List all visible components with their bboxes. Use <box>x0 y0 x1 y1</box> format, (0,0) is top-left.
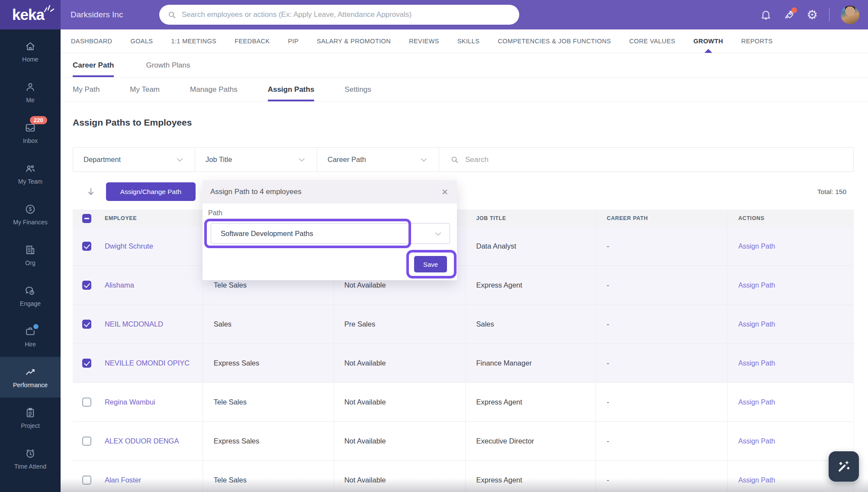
current-path-cell: Pre Sales <box>344 320 376 328</box>
employee-name-link[interactable]: Regina Wambui <box>105 398 155 406</box>
global-search <box>159 5 519 25</box>
assign-path-link[interactable]: Assign Path <box>738 282 775 289</box>
table-row: Alan Foster Tele Sales Not Available Exp… <box>73 461 853 492</box>
sidebar-item-my-team[interactable]: My Team <box>0 153 61 194</box>
search-icon <box>450 155 459 164</box>
employee-name-link[interactable]: Dwight Schrute <box>105 242 153 250</box>
row-checkbox[interactable] <box>82 437 91 446</box>
tab-my-team[interactable]: My Team <box>130 78 160 101</box>
nav-item-salary-promotion[interactable]: SALARY & PROMOTION <box>317 29 391 53</box>
assign-path-link[interactable]: Assign Path <box>738 398 775 406</box>
employee-name-link[interactable]: Alishama <box>105 281 134 289</box>
close-icon[interactable]: ✕ <box>441 188 448 196</box>
tab-settings[interactable]: Settings <box>344 78 371 101</box>
sidebar-item-hire[interactable]: Hire <box>0 316 61 357</box>
employee-name-link[interactable]: Alan Foster <box>105 476 141 484</box>
sidebar-item-org[interactable]: Org <box>0 235 61 275</box>
nav-item-reports[interactable]: REPORTS <box>741 29 773 53</box>
nav-item-growth[interactable]: GROWTH <box>694 29 723 53</box>
table-search-input[interactable] <box>465 155 853 164</box>
save-button[interactable]: Save <box>414 256 447 272</box>
assign-change-path-button[interactable]: Assign/Change Path <box>106 182 196 201</box>
nav-item-1-1-meetings[interactable]: 1:1 MEETINGS <box>171 29 216 53</box>
user-avatar[interactable] <box>841 6 859 24</box>
career-path-cell: - <box>607 320 609 328</box>
department-cell: Tele Sales <box>214 281 247 289</box>
popup-banner-text: Assign Path to 4 employees <box>210 188 302 196</box>
row-checkbox[interactable] <box>82 359 91 368</box>
department-cell: Tele Sales <box>214 398 247 406</box>
assign-path-link[interactable]: Assign Path <box>738 437 775 445</box>
job-title-filter[interactable]: Job Title <box>195 148 317 172</box>
row-checkbox[interactable] <box>82 281 91 290</box>
row-checkbox[interactable] <box>82 398 91 407</box>
sidebar-item-project[interactable]: Project <box>0 398 61 438</box>
current-path-cell: Not Available <box>344 281 386 289</box>
employee-name-link[interactable]: ALEX ODUOR DENGA <box>105 437 179 445</box>
topbar-icons: ⚙ <box>760 0 859 29</box>
nav-item-reviews[interactable]: REVIEWS <box>409 29 439 53</box>
rocket-notification-dot <box>791 7 797 13</box>
svg-text:$: $ <box>29 206 32 212</box>
company-name: Darksiders Inc <box>71 0 123 29</box>
employee-name-link[interactable]: NEIL MCDONALD <box>105 320 163 328</box>
assign-path-link[interactable]: Assign Path <box>738 476 775 484</box>
global-search-input[interactable] <box>182 10 519 19</box>
nav-item-feedback[interactable]: FEEDBACK <box>235 29 270 53</box>
row-checkbox[interactable] <box>82 320 91 329</box>
nav-item-goals[interactable]: GOALS <box>130 29 153 53</box>
gear-icon[interactable]: ⚙ <box>807 9 818 21</box>
nav-item-core-values[interactable]: CORE VALUES <box>629 29 675 53</box>
topbar-divider <box>829 8 829 21</box>
select-all-checkbox[interactable] <box>82 214 91 223</box>
magic-wand-button[interactable] <box>829 451 859 482</box>
job-title-cell: Data Analyst <box>476 242 516 250</box>
nav-item-skills[interactable]: SKILLS <box>457 29 480 53</box>
tab-assign-paths[interactable]: Assign Paths <box>268 78 315 101</box>
tab-manage-paths[interactable]: Manage Paths <box>190 78 238 101</box>
assign-path-link[interactable]: Assign Path <box>738 243 775 250</box>
tab-my-path[interactable]: My Path <box>73 78 100 101</box>
row-checkbox[interactable] <box>82 242 91 251</box>
logo-spark-icon <box>43 4 55 13</box>
app-screen: keka Darksiders Inc ⚙ Home Me 220 <box>0 0 868 492</box>
finances-icon: $ <box>24 203 36 215</box>
tab-career-path[interactable]: Career Path <box>73 53 114 77</box>
sidebar-item-time-attend[interactable]: Time Attend <box>0 438 61 479</box>
section-tabs: My PathMy TeamManage PathsAssign PathsSe… <box>61 78 868 102</box>
bell-icon[interactable] <box>760 9 772 21</box>
table-row: Dwight Schrute Data Analyst - Assign Pat… <box>73 227 853 266</box>
hire-icon <box>24 325 36 337</box>
inbox-icon: 220 <box>24 122 36 134</box>
path-select[interactable]: Software Development Paths <box>211 223 450 244</box>
sort-arrow-icon[interactable] <box>86 187 96 197</box>
chevron-down-icon <box>177 156 183 162</box>
department-filter[interactable]: Department <box>73 148 195 172</box>
employee-name-link[interactable]: NEVILLE OMONDI OPIYC <box>105 359 190 367</box>
career-path-cell: - <box>607 398 609 406</box>
career-path-filter[interactable]: Career Path <box>317 148 439 172</box>
main-content: DASHBOARDGOALS1:1 MEETINGSFEEDBACKPIPSAL… <box>61 29 868 492</box>
nav-item-dashboard[interactable]: DASHBOARD <box>71 29 112 53</box>
assign-path-popup: Assign Path to 4 employees ✕ Path Softwa… <box>203 180 457 280</box>
sidebar-item-my-finances[interactable]: $ My Finances <box>0 194 61 235</box>
project-icon <box>24 407 36 419</box>
sidebar-item-inbox[interactable]: 220 Inbox <box>0 113 61 153</box>
assign-path-link[interactable]: Assign Path <box>738 320 775 328</box>
row-checkbox[interactable] <box>82 476 91 485</box>
table-row: Regina Wambui Tele Sales Not Available E… <box>73 383 853 422</box>
tab-growth-plans[interactable]: Growth Plans <box>146 53 190 77</box>
sidebar-item-performance[interactable]: Performance <box>0 357 61 398</box>
popup-banner: Assign Path to 4 employees ✕ <box>203 180 457 204</box>
nav-item-competencies-job-functions[interactable]: COMPETENCIES & JOB FUNCTIONS <box>498 29 611 53</box>
path-field-label: Path <box>208 209 222 217</box>
assign-path-link[interactable]: Assign Path <box>738 359 775 367</box>
department-cell: Express Sales <box>214 359 259 367</box>
chevron-down-icon <box>299 156 305 162</box>
rocket-icon[interactable] <box>783 9 795 21</box>
sidebar-item-engage[interactable]: Engage <box>0 275 61 316</box>
sidebar-item-home[interactable]: Home <box>0 31 61 72</box>
sidebar-item-me[interactable]: Me <box>0 72 61 113</box>
table-row: ALEX ODUOR DENGA Express Sales Not Avail… <box>73 422 853 461</box>
nav-item-pip[interactable]: PIP <box>288 29 299 53</box>
